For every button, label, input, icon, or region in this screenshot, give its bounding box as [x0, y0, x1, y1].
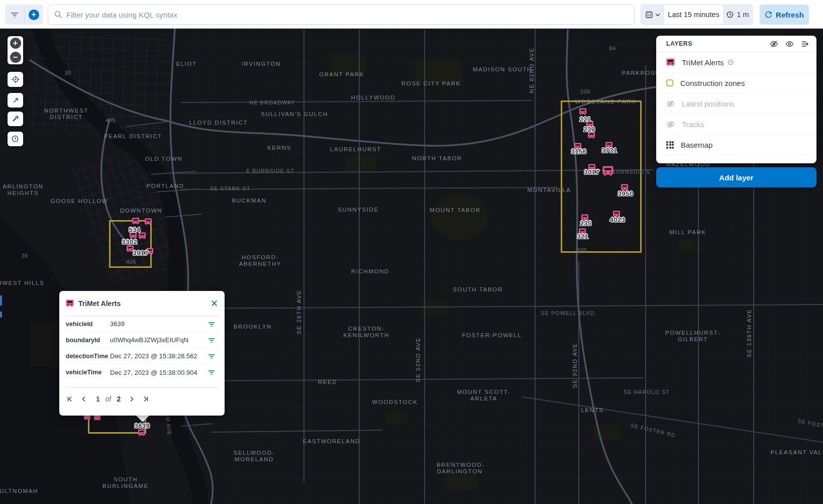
popup-row-boundaryId: boundaryId u0Whq4wBJZWj3xEIUFqN: [66, 332, 218, 348]
last-page-button[interactable]: [141, 394, 150, 404]
bus-marker-label[interactable]: 3639: [135, 422, 150, 430]
plus-icon: +: [29, 10, 39, 20]
map-label: ELIOT: [176, 61, 196, 67]
layer-label: TriMet Alerts: [682, 58, 724, 67]
refresh-label: Refresh: [776, 11, 804, 19]
page-of-label: of: [106, 395, 112, 403]
map-label: WOODSTOCK: [372, 399, 418, 405]
map-label: 84: [609, 45, 615, 51]
map-label: BROOKLYN: [234, 324, 272, 330]
popup-row-vehicleTime: vehicleTime Dec 27, 2023 @ 15:38:00.904: [66, 364, 218, 380]
add-layer-button[interactable]: Add layer: [656, 167, 816, 187]
bus-icon: [666, 58, 675, 66]
wrench-icon: [11, 115, 20, 123]
bus-marker-partial[interactable]: [84, 415, 90, 420]
timeslider-button[interactable]: [8, 132, 23, 146]
bus-marker-label[interactable]: 239: [583, 126, 595, 133]
map-label: NORTHWEST: [44, 108, 88, 114]
construction-zone[interactable]: [561, 100, 642, 253]
layer-label: Tracks: [682, 120, 704, 129]
bus-marker-label[interactable]: 3950: [618, 190, 634, 197]
popup-row-detectionTime: detectionTime Dec 27, 2023 @ 15:38:28.56…: [66, 348, 218, 364]
close-icon[interactable]: [211, 299, 218, 307]
eye-slash-icon: [666, 120, 675, 129]
map-label: GRANT PARK: [319, 71, 364, 77]
refresh-button[interactable]: Refresh: [760, 5, 809, 25]
bus-marker-icon[interactable]: [602, 166, 613, 176]
collapse-panel-icon[interactable]: [801, 40, 809, 48]
layer-row-tracks[interactable]: Tracks: [656, 114, 816, 135]
map-label: SELLWOOD-: [234, 450, 275, 456]
map-label: MONTAVILLA: [527, 187, 571, 193]
bus-marker-icon[interactable]: [145, 218, 152, 225]
show-all-layers-button[interactable]: [785, 40, 794, 48]
layer-row-latest-positions[interactable]: Latest positions: [656, 93, 816, 114]
map-label: BRENTWOOD-: [437, 462, 485, 468]
time-picker: Last 15 minutes 1 m: [641, 5, 753, 25]
diagonal-arrow-icon: [12, 96, 20, 105]
construction-zone-icon: [666, 79, 673, 86]
map-label: MOUNT SCOTT-: [457, 389, 511, 395]
map-label: E BURNSIDE ST: [246, 168, 294, 174]
bus-marker-icon[interactable]: [579, 108, 587, 115]
map-label: EASTMORELAND: [303, 438, 360, 444]
bus-marker-label[interactable]: 221: [579, 116, 591, 123]
first-page-button[interactable]: [66, 394, 75, 404]
bus-marker-label[interactable]: 321: [577, 233, 588, 240]
bus-marker-label[interactable]: 4023: [610, 216, 626, 224]
map-label: MILL PARK: [669, 229, 706, 235]
zoom-in-button[interactable]: +: [10, 38, 21, 49]
layer-row-trimet-alerts[interactable]: TriMet Alerts: [656, 52, 816, 73]
field-value: Dec 27, 2023 @ 15:38:28.562: [110, 352, 208, 360]
set-view-button[interactable]: [8, 72, 23, 87]
bus-marker-label[interactable]: 3302: [122, 238, 138, 246]
bus-marker-partial[interactable]: [94, 416, 100, 420]
bus-marker-label[interactable]: 3731: [602, 147, 618, 154]
hide-all-layers-button[interactable]: [770, 40, 778, 48]
zoom-out-button[interactable]: −: [10, 52, 21, 63]
map-label: SULLIVAN'S GULCH: [261, 111, 328, 117]
prev-page-button[interactable]: [79, 394, 88, 404]
date-picker-button[interactable]: [641, 5, 664, 24]
layer-row-construction-zones[interactable]: Construction zones: [656, 73, 816, 93]
fit-to-data-button[interactable]: [8, 93, 23, 108]
map-label: LAURELHURST: [330, 146, 381, 152]
map-label: FOSTER-POWELL: [462, 332, 522, 338]
map-label: HOSFORD-: [242, 254, 279, 260]
saved-filters-button[interactable]: [5, 5, 24, 25]
bus-marker-label[interactable]: 3017: [584, 168, 600, 176]
bus-marker-icon[interactable]: [138, 429, 146, 436]
map-label: HOLLYWOOD: [351, 94, 395, 100]
field-value: 3639: [110, 320, 208, 328]
search-icon: [54, 11, 62, 19]
kql-search-bar[interactable]: [48, 5, 635, 25]
kql-input[interactable]: [66, 11, 628, 19]
bus-marker-label[interactable]: 534: [129, 226, 140, 234]
filter-icon[interactable]: [208, 321, 218, 328]
map-label: ARLETA: [470, 395, 497, 401]
map-label: 30: [64, 70, 71, 76]
filter-icon[interactable]: [208, 369, 218, 376]
map-label: BURLINGAME: [102, 483, 149, 489]
bus-marker-label[interactable]: 3917: [133, 249, 149, 257]
time-range-display[interactable]: Last 15 minutes: [664, 5, 723, 24]
bus-marker-icon[interactable]: [132, 218, 140, 225]
tools-button[interactable]: [8, 112, 23, 126]
next-page-button[interactable]: [127, 394, 136, 404]
calendar-icon: [645, 11, 653, 19]
map-label: 405: [106, 117, 116, 123]
filter-icon[interactable]: [208, 353, 218, 360]
map-label: OLD TOWN: [145, 156, 182, 162]
map-label: KERNS: [267, 145, 291, 151]
add-filter-button[interactable]: +: [24, 5, 44, 25]
filter-controls: +: [5, 5, 43, 25]
bus-marker-label[interactable]: 3156: [571, 148, 587, 155]
popup-pointer: [136, 415, 150, 422]
bus-marker-label[interactable]: 235: [580, 220, 591, 227]
zoom-control: + −: [8, 36, 23, 64]
filter-icon[interactable]: [208, 337, 218, 344]
refresh-interval-button[interactable]: 1 m: [723, 5, 752, 24]
layer-row-basemap[interactable]: Basemap: [656, 135, 816, 155]
map-label: 405: [126, 259, 136, 265]
map-label: NE 82ND AVE: [529, 48, 535, 93]
